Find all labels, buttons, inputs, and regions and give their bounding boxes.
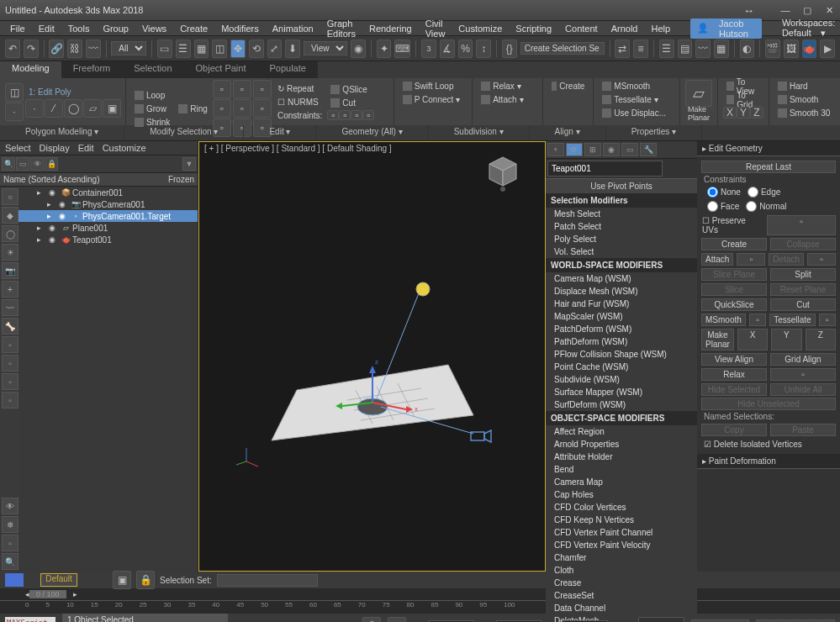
- select-move-button[interactable]: ✥: [230, 40, 246, 58]
- togrid-button[interactable]: To Grid: [723, 93, 763, 106]
- user-account[interactable]: 👤 Jacob Hutson: [690, 18, 762, 39]
- keyboard-shortcut-button[interactable]: ⌨: [394, 40, 410, 58]
- paint-def-header[interactable]: ▸ Paint Deformation: [697, 454, 840, 469]
- bind-button[interactable]: 〰: [86, 40, 101, 58]
- modifier-item[interactable]: Cap Holes: [546, 488, 697, 501]
- filter-helper-icon[interactable]: +: [2, 281, 18, 298]
- modifier-item[interactable]: CFD Vertex Paint Velocity: [546, 539, 697, 551]
- filter-9-icon[interactable]: ▫: [2, 392, 18, 409]
- slice-button[interactable]: Slice: [701, 283, 767, 296]
- subobj-element-button[interactable]: ▣: [103, 99, 121, 118]
- filter-6-icon[interactable]: ▫: [2, 336, 18, 353]
- render-button[interactable]: 🫖: [802, 40, 817, 58]
- filter-frozen-icon[interactable]: ❄: [2, 516, 18, 533]
- render-iterative-button[interactable]: ▶: [820, 40, 835, 58]
- time-ruler[interactable]: 0510152025303540455055606570758085909510…: [0, 600, 840, 614]
- ribbon-tab-modeling[interactable]: Modeling: [0, 61, 61, 78]
- render-setup-button[interactable]: 🎬: [765, 40, 780, 58]
- autokey-button[interactable]: Auto Key: [638, 617, 684, 622]
- mp-z-button[interactable]: Z: [806, 329, 836, 351]
- menu-grapheditors[interactable]: Graph Editors: [320, 18, 362, 39]
- gridalign-button[interactable]: Grid Align: [770, 353, 836, 366]
- menu-group[interactable]: Group: [96, 24, 135, 34]
- create-tab-icon[interactable]: +: [547, 143, 564, 156]
- preserve-settings-button[interactable]: ▫: [767, 215, 836, 235]
- modifier-item[interactable]: Patch Select: [546, 220, 697, 233]
- select-button[interactable]: ▭: [157, 40, 172, 58]
- filter-cam-icon[interactable]: 📷: [2, 262, 18, 279]
- repeat-last-button[interactable]: Repeat Last: [701, 161, 836, 173]
- menu-content[interactable]: Content: [558, 24, 605, 34]
- quickslice-button[interactable]: QuickSlice: [701, 298, 767, 311]
- se-find-button[interactable]: 🔍: [2, 157, 15, 171]
- modifier-item[interactable]: Crease: [546, 577, 697, 589]
- se-menu-select[interactable]: Select: [5, 143, 31, 153]
- c1[interactable]: ▫: [327, 110, 339, 120]
- grow-button[interactable]: Grow: [131, 103, 173, 115]
- edit-named-sel-button[interactable]: {}: [502, 40, 517, 58]
- tessellate-button[interactable]: Tessellate ▾: [599, 93, 674, 106]
- filter-hidden-icon[interactable]: 👁: [2, 498, 18, 514]
- scene-item[interactable]: ▸◉◦PhysCamera001.Target: [18, 210, 198, 222]
- menu-file[interactable]: File: [3, 24, 32, 34]
- scene-item[interactable]: ▸◉▱Plane001: [18, 222, 198, 234]
- material-editor-button[interactable]: ◐: [740, 40, 755, 58]
- viewport-perspective[interactable]: [ + ] [ Perspective ] [ Standard ] [ Def…: [198, 141, 546, 572]
- filter-light-icon[interactable]: ☀: [2, 244, 18, 261]
- menu-tools[interactable]: Tools: [61, 24, 97, 34]
- modifier-item[interactable]: Subdivide (WSM): [546, 373, 697, 386]
- layer-explorer-button[interactable]: ☰: [659, 40, 674, 58]
- subobj-border-button[interactable]: ◯: [64, 99, 82, 118]
- y-button[interactable]: Y: [737, 107, 750, 119]
- modifier-item[interactable]: Point Cache (WSM): [546, 361, 697, 373]
- ribbon-group-subdivision[interactable]: Subdivision ▾: [429, 125, 530, 140]
- se-col-name[interactable]: Name (Sorted Ascending): [3, 175, 100, 184]
- constraint-face[interactable]: Face: [707, 201, 739, 212]
- window-crossing-button[interactable]: ◫: [212, 40, 227, 58]
- modifier-item[interactable]: CFD Color Vertices: [546, 501, 697, 514]
- msmooth-button[interactable]: MSmooth: [599, 80, 674, 92]
- vertex-mode-button[interactable]: ·: [5, 103, 24, 121]
- use-pivot-button[interactable]: Use Pivot Points: [546, 178, 697, 193]
- ribbon-group-geometryall[interactable]: Geometry (All) ▾: [316, 125, 428, 140]
- ribbon-group-properties[interactable]: Properties ▾: [606, 125, 702, 140]
- mp-x-button[interactable]: X: [737, 329, 768, 351]
- c3[interactable]: ▫: [351, 110, 362, 120]
- swiftloop-button[interactable]: Swift Loop: [399, 80, 467, 92]
- utilities-tab-icon[interactable]: 🔧: [640, 143, 657, 156]
- modifier-item[interactable]: Hair and Fur (WSM): [546, 298, 697, 310]
- maxscript-listener[interactable]: MAXScript Mi:: [5, 617, 55, 622]
- mirror-button[interactable]: ⇄: [615, 40, 630, 58]
- undo-button[interactable]: ↶: [5, 40, 20, 58]
- se-sel-button[interactable]: ▭: [16, 157, 29, 171]
- msmooth-set-button[interactable]: ▫: [749, 314, 766, 326]
- menu-customize[interactable]: Customize: [452, 24, 509, 34]
- select-place-button[interactable]: ⬇: [285, 40, 300, 58]
- se-menu-edit[interactable]: Edit: [78, 143, 94, 153]
- toggle-scene-button[interactable]: ▤: [678, 40, 693, 58]
- modifier-item[interactable]: Surface Mapper (WSM): [546, 386, 697, 398]
- edit-geo-header[interactable]: ▸ Edit Geometry: [697, 141, 840, 156]
- makeplanar-big-button[interactable]: ▱: [685, 80, 712, 107]
- relax-set-button[interactable]: ▫: [770, 368, 836, 381]
- select-name-button[interactable]: ☰: [176, 40, 191, 58]
- subobj-poly-button[interactable]: ▱: [83, 99, 102, 118]
- cut-button[interactable]: Cut: [770, 298, 836, 311]
- scene-item[interactable]: ▸◉📦Container001: [18, 187, 198, 198]
- ribbon-group-polygonmodeling[interactable]: Polygon Modeling ▾: [0, 125, 124, 140]
- cut-button[interactable]: Cut: [327, 97, 374, 109]
- sliceplane-button[interactable]: Slice Plane: [701, 268, 767, 281]
- scene-list[interactable]: ▸◉📦Container001▸◉📷PhysCamera001▸◉◦PhysCa…: [18, 187, 198, 572]
- abs-rel-button[interactable]: ⊕: [388, 617, 406, 622]
- ref-coord-system[interactable]: View: [304, 41, 347, 55]
- x-button[interactable]: X: [723, 107, 737, 119]
- nurms-button[interactable]: ☐ NURMS: [274, 96, 325, 108]
- object-name-input[interactable]: [547, 161, 663, 177]
- select-rotate-button[interactable]: ⟲: [249, 40, 264, 58]
- ring-button[interactable]: Ring: [175, 103, 211, 115]
- modifier-item[interactable]: MapScaler (WSM): [546, 310, 697, 323]
- usedisp-button[interactable]: Use Displac...: [599, 107, 674, 119]
- snap-toggle-button[interactable]: 3: [421, 40, 436, 58]
- modifier-item[interactable]: Cloth: [546, 564, 697, 577]
- filter-geom-icon[interactable]: ◆: [2, 207, 18, 224]
